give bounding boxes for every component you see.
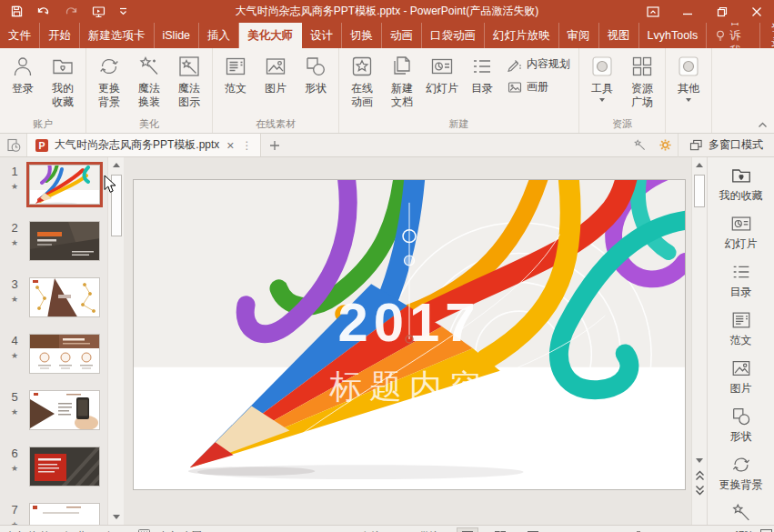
quick-access-toolbar — [0, 5, 127, 18]
sidebar-item-shapes[interactable]: 形状 — [730, 406, 752, 445]
slide-thumbnail-3[interactable]: 3★ — [0, 277, 107, 317]
normal-view-icon[interactable] — [457, 527, 478, 532]
pictures-button[interactable]: 图片 — [256, 49, 296, 95]
table-of-contents-button[interactable]: 目录 — [462, 49, 502, 95]
sidebar-item-pictures[interactable]: 图片 — [730, 357, 752, 396]
slide-thumbnail[interactable] — [29, 447, 100, 487]
scroll-down-icon[interactable] — [108, 509, 125, 525]
tab-slideshow[interactable]: 幻灯片放映 — [485, 23, 559, 48]
sidebar-item-sample-docs[interactable]: 范文 — [730, 309, 752, 348]
ribbon-group-account: 登录 我的收藏 账户 — [0, 48, 86, 133]
tab-review[interactable]: 审阅 — [559, 23, 599, 48]
slide-thumbnail-5[interactable]: 5★ — [0, 390, 107, 430]
sidebar-item-change-background[interactable]: 更换背景 — [719, 454, 763, 493]
qat-customize-icon[interactable] — [119, 7, 127, 15]
content-planning-button[interactable]: 内容规划 — [508, 56, 570, 72]
magic-wand-small-icon[interactable] — [627, 134, 652, 157]
new-document-button[interactable]: 新建文档 — [382, 49, 422, 109]
tab-file[interactable]: 文件 — [0, 23, 40, 48]
slide-thumbnail[interactable] — [29, 334, 100, 374]
tab-more-icon[interactable]: ⋮ — [242, 139, 253, 152]
sidebar-item-magic-dressup[interactable]: 魔法换装 — [715, 502, 767, 525]
slideshow-view-icon[interactable] — [555, 527, 577, 532]
tools-dropdown-button[interactable]: 工具 — [582, 49, 622, 102]
magic-diagram-button[interactable]: 魔法图示 — [169, 49, 209, 109]
slide-thumbnail[interactable] — [29, 390, 100, 430]
magic-dressup-button[interactable]: 魔法换装 — [129, 49, 169, 109]
resource-plaza-button[interactable]: 资源广场 — [622, 49, 662, 109]
scroll-up-icon[interactable] — [691, 157, 708, 173]
tab-transitions[interactable]: 切换 — [342, 23, 382, 48]
list-icon — [470, 53, 494, 80]
slideshow-icon[interactable] — [92, 5, 106, 18]
canvas-scrollbar-thumb[interactable] — [694, 175, 705, 207]
tab-home[interactable]: 开始 — [40, 23, 80, 48]
photo-album-button[interactable]: 画册 — [508, 79, 570, 95]
slides-button[interactable]: 幻灯片 — [422, 49, 462, 95]
article-icon — [224, 53, 247, 80]
next-slide-icon[interactable] — [692, 483, 708, 497]
sidebar-item-toc[interactable]: 目录 — [730, 261, 752, 300]
canvas-scrollbar[interactable] — [691, 157, 707, 525]
folder-heart-icon — [51, 53, 75, 80]
sidebar-item-favorites[interactable]: 我的收藏 — [719, 165, 763, 204]
restore-button[interactable] — [705, 0, 739, 23]
slide-sorter-view-icon[interactable] — [489, 527, 511, 532]
ribbon-group-new: 在线动画 新建文档 幻灯片 目录 内容规划 画册 — [339, 48, 579, 133]
slide-thumbnail[interactable] — [29, 165, 100, 205]
tab-islide[interactable]: iSlide — [155, 23, 200, 48]
my-favorites-button[interactable]: 我的收藏 — [43, 49, 83, 109]
tab-pocket-animation[interactable]: 口袋动画 — [422, 23, 485, 48]
ribbon-group-resources: 工具 资源广场 资源 — [579, 48, 666, 133]
tab-new-tab[interactable]: 新建选项卡 — [80, 23, 155, 48]
login-link[interactable]: 登录 — [760, 23, 774, 48]
slide-canvas[interactable]: 2017 标题内容 — [124, 157, 691, 525]
slide-thumbnail-7[interactable]: 7★ — [0, 503, 107, 525]
tab-insert[interactable]: 插入 — [199, 23, 239, 48]
tab-lvyhtools[interactable]: LvyhTools — [639, 23, 708, 48]
sidebar-item-slides[interactable]: 幻灯片 — [725, 213, 758, 252]
new-tab-button[interactable] — [261, 134, 288, 156]
tell-me-box[interactable]: 告诉我... — [707, 23, 760, 48]
slide-stage[interactable]: 2017 标题内容 — [133, 179, 686, 490]
scroll-up-icon[interactable] — [108, 157, 125, 173]
slide-thumbnail-6[interactable]: 6★ — [0, 447, 107, 487]
save-icon[interactable] — [11, 5, 23, 17]
tab-view[interactable]: 视图 — [599, 23, 639, 48]
slide-thumbnail[interactable] — [29, 221, 100, 261]
tab-meihua-master[interactable]: 美化大师 — [239, 23, 302, 48]
slide-thumbnail-1[interactable]: 1★ — [0, 165, 107, 205]
minimize-button[interactable] — [670, 0, 705, 23]
new-document-icon — [390, 53, 414, 80]
close-tab-icon[interactable]: × — [225, 138, 236, 153]
slide-thumbnail[interactable] — [29, 277, 100, 317]
folder-heart-filled-icon — [730, 165, 752, 186]
scroll-down-icon[interactable] — [691, 453, 708, 468]
shapes-button[interactable]: 形状 — [296, 49, 336, 95]
gear-icon[interactable] — [652, 134, 678, 157]
previous-slide-icon[interactable] — [692, 468, 708, 483]
online-animation-button[interactable]: 在线动画 — [342, 49, 382, 109]
tab-design[interactable]: 设计 — [302, 23, 342, 48]
history-icon[interactable] — [0, 134, 27, 156]
document-tab[interactable]: P 大气时尚杂志风商务PPT模板.pptx × ⋮ — [27, 134, 261, 156]
close-button[interactable] — [739, 0, 774, 23]
tab-animations[interactable]: 动画 — [382, 23, 422, 48]
other-dropdown-button[interactable]: 其他 — [668, 49, 709, 102]
ribbon-group-other: 其他 — [666, 48, 712, 133]
magic-wand-icon — [730, 502, 752, 524]
collapse-ribbon-icon[interactable] — [758, 122, 768, 128]
wand-box-icon — [177, 53, 201, 80]
slide-thumbnail-4[interactable]: 4★ — [0, 334, 107, 374]
sample-docs-button[interactable]: 范文 — [216, 49, 256, 95]
redo-icon[interactable] — [65, 5, 78, 17]
multi-window-mode-button[interactable]: 多窗口模式 — [678, 134, 774, 157]
slide-thumbnail-2[interactable]: 2★ — [0, 221, 107, 261]
panel-scrollbar[interactable] — [107, 157, 124, 525]
login-button[interactable]: 登录 — [3, 49, 43, 95]
undo-icon[interactable] — [36, 5, 52, 17]
change-background-button[interactable]: 更换背景 — [89, 49, 129, 109]
reading-view-icon[interactable] — [522, 527, 544, 532]
ribbon-display-options-icon[interactable] — [636, 0, 670, 23]
slide-thumbnail[interactable] — [29, 503, 100, 525]
